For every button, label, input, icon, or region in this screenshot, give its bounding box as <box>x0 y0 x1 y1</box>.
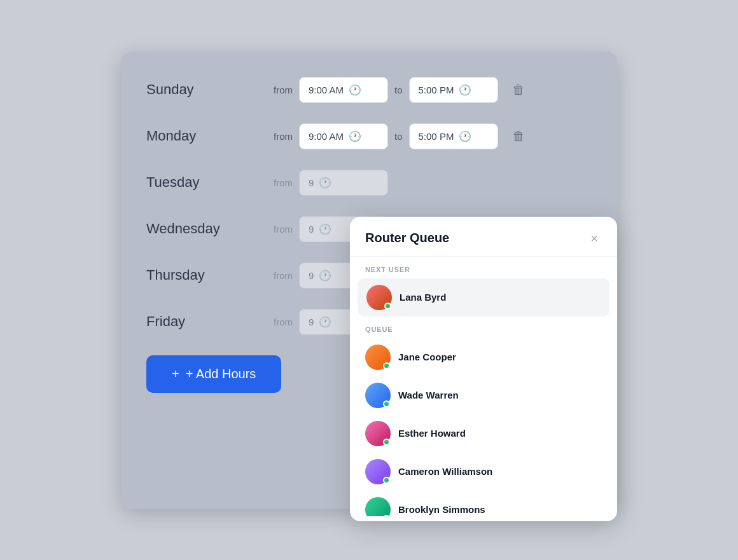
from-time-input-2[interactable]: 9 🕐 <box>299 170 388 196</box>
from-time-value-3: 9 <box>309 224 314 235</box>
delete-row-button-0[interactable]: 🗑 <box>507 80 530 100</box>
schedule-row-tuesday: Tuesday from 9 🕐 <box>146 170 592 196</box>
from-label-5: from <box>274 317 293 327</box>
queue-avatar-wrap-1 <box>365 383 391 408</box>
queue-avatar-wrap-0 <box>365 345 391 370</box>
clock-icon-from-3: 🕐 <box>319 223 331 235</box>
to-label-0: to <box>394 85 403 95</box>
next-user-section-label: NEXT USER <box>350 257 617 278</box>
next-user-avatar-wrap <box>366 285 392 310</box>
queue-item-3[interactable]: Cameron Williamson <box>358 453 609 491</box>
modal-title: Router Queue <box>365 231 449 245</box>
to-time-input-0[interactable]: 5:00 PM 🕐 <box>409 77 498 103</box>
day-label-monday: Monday <box>146 128 274 144</box>
day-label-sunday: Sunday <box>146 81 274 98</box>
schedule-row-sunday: Sunday from 9:00 AM 🕐 to 5:00 PM 🕐 🗑 <box>146 77 592 103</box>
from-time-value-1: 9:00 AM <box>309 131 344 142</box>
to-time-value-1: 5:00 PM <box>419 131 454 142</box>
next-user-row: Lana Byrd <box>358 278 609 317</box>
modal-overlay: Router Queue × NEXT USER Lana Byrd QUEUE <box>350 217 617 521</box>
router-queue-modal: Router Queue × NEXT USER Lana Byrd QUEUE <box>350 217 617 521</box>
queue-item-1[interactable]: Wade Warren <box>358 376 609 414</box>
delete-row-button-1[interactable]: 🗑 <box>507 126 530 146</box>
queue-item-0[interactable]: Jane Cooper <box>358 338 609 376</box>
from-label-2: from <box>274 177 293 188</box>
from-label-4: from <box>274 270 293 281</box>
modal-header: Router Queue × <box>350 217 617 257</box>
from-time-input-0[interactable]: 9:00 AM 🕐 <box>299 77 388 103</box>
modal-body: NEXT USER Lana Byrd QUEUE Jane Cooper <box>350 257 617 521</box>
from-time-value-0: 9:00 AM <box>309 85 344 95</box>
queue-avatar-wrap-2 <box>365 421 391 446</box>
queue-user-name-0: Jane Cooper <box>398 352 456 362</box>
queue-user-name-4: Brooklyn Simmons <box>398 504 485 515</box>
add-hours-button[interactable]: + + Add Hours <box>146 355 281 393</box>
day-label-thursday: Thursday <box>146 267 274 283</box>
queue-avatar-4 <box>365 497 391 516</box>
to-time-input-1[interactable]: 5:00 PM 🕐 <box>409 123 498 149</box>
clock-icon-from-4: 🕐 <box>319 270 331 282</box>
queue-online-dot-2 <box>383 439 390 446</box>
clock-icon-from-1: 🕐 <box>349 130 361 142</box>
queue-avatar-wrap-4 <box>365 497 391 516</box>
clock-icon-from-5: 🕐 <box>319 316 331 328</box>
from-time-value-4: 9 <box>309 270 314 281</box>
clock-icon-from-0: 🕐 <box>349 84 361 96</box>
to-time-value-0: 5:00 PM <box>419 85 454 95</box>
clock-icon-to-1: 🕐 <box>459 130 471 142</box>
queue-section-label: QUEUE <box>350 317 617 338</box>
from-label-0: from <box>274 85 293 95</box>
modal-close-button[interactable]: × <box>587 231 602 246</box>
from-time-value-5: 9 <box>309 317 314 327</box>
from-time-value-2: 9 <box>309 177 314 188</box>
queue-item-4[interactable]: Brooklyn Simmons <box>358 491 609 516</box>
next-user-name: Lana Byrd <box>400 292 446 303</box>
clock-icon-to-0: 🕐 <box>459 84 471 96</box>
from-label-1: from <box>274 131 293 142</box>
main-card: Sunday from 9:00 AM 🕐 to 5:00 PM 🕐 🗑 Mon… <box>121 51 617 509</box>
day-label-tuesday: Tuesday <box>146 174 274 191</box>
clock-icon-from-2: 🕐 <box>319 177 331 189</box>
queue-user-name-1: Wade Warren <box>398 390 459 400</box>
from-label-3: from <box>274 224 293 235</box>
queue-user-name-2: Esther Howard <box>398 428 466 439</box>
next-user-online-dot <box>384 303 391 310</box>
queue-item-2[interactable]: Esther Howard <box>358 414 609 453</box>
day-label-friday: Friday <box>146 313 274 330</box>
add-hours-label: + Add Hours <box>186 367 256 381</box>
schedule-row-monday: Monday from 9:00 AM 🕐 to 5:00 PM 🕐 🗑 <box>146 123 592 149</box>
from-time-input-1[interactable]: 9:00 AM 🕐 <box>299 123 388 149</box>
queue-online-dot-0 <box>383 362 390 369</box>
queue-list[interactable]: Jane Cooper Wade Warren Esther Howard Ca… <box>350 338 617 516</box>
day-label-wednesday: Wednesday <box>146 221 274 237</box>
queue-online-dot-3 <box>383 477 390 484</box>
plus-icon: + <box>172 367 179 381</box>
queue-user-name-3: Cameron Williamson <box>398 466 492 477</box>
to-label-1: to <box>394 131 403 142</box>
queue-online-dot-1 <box>383 400 390 407</box>
queue-avatar-wrap-3 <box>365 459 391 484</box>
